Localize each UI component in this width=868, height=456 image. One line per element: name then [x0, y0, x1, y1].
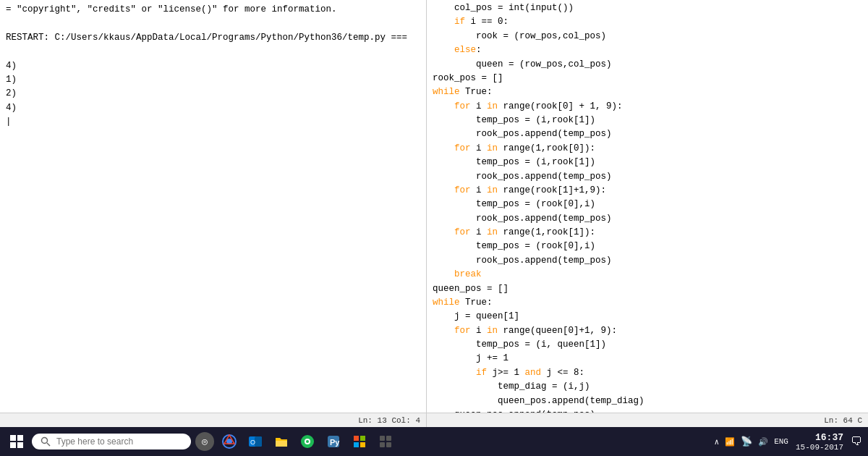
- svg-rect-1: [17, 435, 23, 441]
- code-line-16: rook_pos.append(temp_pos): [433, 212, 862, 226]
- left-panel: = "copyright", "credits" or "license()" …: [0, 0, 427, 427]
- windows-start-icon[interactable]: [6, 431, 27, 452]
- taskbar-search-bar[interactable]: [32, 434, 191, 449]
- tray-chevron[interactable]: ∧: [715, 437, 720, 447]
- svg-rect-17: [360, 436, 365, 441]
- svg-rect-22: [380, 442, 385, 447]
- code-line-27: if j>= 1 and j <= 8:: [433, 366, 862, 380]
- console-line-1: = "copyright", "credits" or "license()" …: [6, 3, 420, 17]
- code-line-25: temp_pos = (i, queen[1]): [433, 338, 862, 352]
- clock-date: 15-09-2017: [796, 443, 843, 452]
- svg-rect-19: [360, 442, 365, 447]
- taskbar-cortana-icon[interactable]: ◎: [195, 432, 214, 451]
- code-line-13: rook_pos.append(temp_pos): [433, 170, 862, 184]
- code-line-15: temp_pos = (rook[0],i): [433, 198, 862, 211]
- svg-rect-21: [386, 436, 391, 441]
- svg-point-4: [42, 438, 48, 444]
- code-line-9: temp_pos = (i,rook[1]): [433, 114, 862, 127]
- svg-rect-2: [10, 442, 16, 448]
- code-line-22: while True:: [433, 296, 862, 310]
- tray-network-icon: 📶: [725, 437, 735, 447]
- taskbar-start-icon[interactable]: [349, 431, 370, 452]
- taskbar-right-area: ∧ 📶 📡 🔊 ENG 16:37 15-09-2017 🗨: [715, 432, 862, 452]
- taskbar-clock[interactable]: 16:37 15-09-2017: [796, 432, 843, 452]
- taskbar: ◎ O Py: [0, 427, 868, 456]
- search-input[interactable]: [56, 436, 172, 447]
- taskbar-chrome-icon[interactable]: [218, 431, 240, 452]
- console-line-7: 2): [6, 87, 420, 101]
- code-line-7: while True:: [433, 85, 862, 99]
- svg-rect-16: [354, 436, 359, 441]
- code-line-8: for i in range(rook[0] + 1, 9):: [433, 100, 862, 114]
- right-panel: col_pos = int(input()) if i == 0: rook =…: [427, 0, 868, 427]
- svg-rect-0: [10, 435, 16, 441]
- console-line-3: RESTART: C:/Users/kkaus/AppData/Local/Pr…: [6, 31, 420, 45]
- svg-rect-18: [354, 442, 359, 447]
- code-line-6: rook_pos = []: [433, 72, 862, 85]
- code-line-10: rook_pos.append(temp_pos): [433, 127, 862, 141]
- code-line-26: j += 1: [433, 352, 862, 366]
- svg-rect-23: [386, 442, 391, 447]
- console-line-4: [6, 45, 420, 59]
- console-line-8: 4): [6, 101, 420, 115]
- code-line-24: for i in range(queen[0]+1, 9):: [433, 324, 862, 338]
- tray-lang-label: ENG: [774, 437, 788, 446]
- svg-rect-9: [255, 436, 262, 447]
- code-line-11: for i in range(1,rook[0]):: [433, 142, 862, 156]
- right-status-text: Ln: 64 C: [824, 416, 862, 425]
- svg-text:O: O: [250, 439, 255, 446]
- taskbar-media-icon[interactable]: [297, 431, 318, 452]
- code-line-17: for i in range(1,rook[1]):: [433, 226, 862, 240]
- editor-container: = "copyright", "credits" or "license()" …: [0, 0, 868, 427]
- code-line-23: j = queen[1]: [433, 310, 862, 324]
- console-cursor-line[interactable]: [6, 115, 420, 129]
- console-line-2: [6, 17, 420, 30]
- code-line-14: for i in range(rook[1]+1,9):: [433, 184, 862, 198]
- tray-wifi-icon: 📡: [741, 436, 752, 447]
- left-status-text: Ln: 13 Col: 4: [358, 416, 420, 425]
- code-editor[interactable]: col_pos = int(input()) if i == 0: rook =…: [427, 0, 868, 413]
- console-line-5: 4): [6, 59, 420, 73]
- svg-line-5: [47, 443, 50, 446]
- svg-point-13: [306, 440, 309, 443]
- taskbar-grid-icon[interactable]: [375, 431, 396, 452]
- code-line-4: else:: [433, 43, 862, 57]
- taskbar-outlook-icon[interactable]: O: [244, 431, 266, 452]
- code-line-12: temp_pos = (i,rook[1]): [433, 156, 862, 169]
- code-line-18: temp_pos = (rook[0],i): [433, 240, 862, 253]
- system-tray: ∧ 📶 📡 🔊 ENG: [715, 436, 788, 447]
- code-line-1: col_pos = int(input()): [433, 1, 862, 15]
- svg-text:Py: Py: [330, 438, 340, 447]
- console-line-6: 1): [6, 73, 420, 87]
- code-line-2: if i == 0:: [433, 15, 862, 29]
- left-panel-status: Ln: 13 Col: 4: [0, 413, 426, 427]
- code-line-29: queen_pos.append(temp_diag): [433, 394, 862, 408]
- tray-volume-icon[interactable]: 🔊: [758, 437, 768, 447]
- taskbar-python-icon[interactable]: Py: [323, 431, 344, 452]
- svg-rect-3: [17, 442, 23, 448]
- code-line-19: rook_pos.append(temp_pos): [433, 254, 862, 268]
- code-line-3: rook = (row_pos,col_pos): [433, 30, 862, 43]
- right-panel-status: Ln: 64 C: [427, 413, 868, 427]
- console-output[interactable]: = "copyright", "credits" or "license()" …: [0, 0, 426, 413]
- code-line-5: queen = (row_pos,col_pos): [433, 58, 862, 72]
- search-icon: [41, 436, 51, 447]
- code-line-28: temp_diag = (i,j): [433, 380, 862, 394]
- svg-rect-20: [380, 436, 385, 441]
- taskbar-files-icon[interactable]: [271, 431, 292, 452]
- code-line-20: break: [433, 268, 862, 282]
- clock-time: 16:37: [796, 432, 843, 443]
- tray-notification-icon[interactable]: 🗨: [851, 435, 862, 449]
- code-line-21: queen_pos = []: [433, 282, 862, 296]
